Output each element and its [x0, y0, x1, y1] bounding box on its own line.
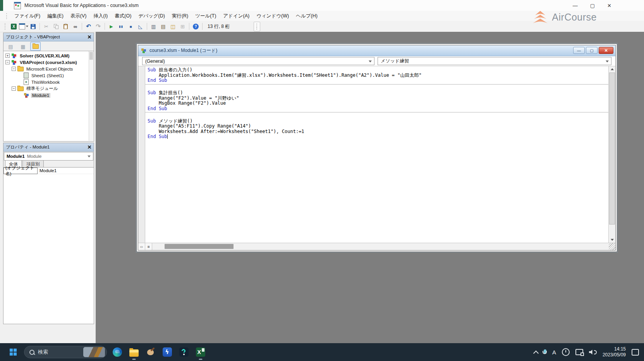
insert-userform-button[interactable] — [19, 22, 28, 31]
minimize-icon[interactable]: — — [573, 3, 578, 9]
flash-app-taskbar-button[interactable] — [159, 344, 175, 361]
stamp-app-taskbar-button[interactable] — [142, 344, 159, 361]
view-code-button[interactable] — [5, 42, 16, 51]
code-text: Sub — [148, 90, 159, 95]
microphone-icon[interactable] — [544, 349, 546, 354]
properties-panel-header[interactable]: プロパティ - Module1 ✕ — [3, 143, 94, 152]
property-rows: (オブジェクト名)Module1 — [3, 167, 94, 324]
help-button[interactable] — [191, 22, 201, 31]
network-icon[interactable] — [575, 349, 583, 355]
tree-item[interactable]: Sheet1 (Sheet1) — [3, 72, 94, 79]
toolbar-group — [84, 22, 103, 31]
close-icon[interactable]: ✕ — [607, 3, 611, 9]
tree-item[interactable]: Module1 — [3, 92, 94, 98]
object-selector-dropdown[interactable]: Module1 Module — [4, 152, 93, 161]
tree-item[interactable]: −標準モジュール — [3, 85, 94, 92]
scrollbar-thumb[interactable] — [165, 244, 234, 249]
code-lines[interactable]: Sub 担当者の入力() Application.Workbooks.Item(… — [145, 66, 608, 243]
scrollbar-thumb[interactable] — [609, 73, 615, 225]
ime-mode-indicator[interactable]: A — [552, 349, 556, 356]
cut-button — [41, 22, 51, 31]
procedure-separator — [145, 84, 608, 85]
find-button[interactable] — [70, 22, 80, 31]
resize-grip[interactable] — [609, 243, 615, 250]
start-button[interactable] — [5, 344, 21, 360]
tree-item[interactable]: ThisWorkbook — [3, 79, 94, 85]
menu-item[interactable]: 表示(V) — [67, 12, 90, 21]
vertical-scrollbar[interactable] — [608, 66, 615, 243]
horizontal-scrollbar[interactable] — [152, 243, 609, 250]
tree-expander-icon[interactable]: − — [5, 60, 10, 64]
menu-item[interactable]: ウィンドウ(W) — [253, 12, 292, 21]
clock[interactable]: 14:15 2023/05/09 — [603, 346, 626, 358]
volume-icon[interactable] — [589, 350, 597, 355]
maximize-icon[interactable]: ▢ — [590, 3, 595, 9]
close-icon[interactable]: ✕ — [86, 143, 93, 150]
undo-button[interactable] — [84, 22, 93, 31]
hidden-icons-chevron-icon[interactable] — [533, 350, 539, 356]
property-value[interactable]: Module1 — [38, 168, 94, 174]
scroll-up-icon[interactable] — [609, 66, 615, 72]
scroll-down-icon[interactable] — [609, 237, 615, 243]
project-tree[interactable]: +Solver (SOLVER.XLAM)−VBAProject (course… — [3, 51, 94, 141]
menu-item[interactable]: ヘルプ(H) — [293, 12, 321, 21]
tree-expander-icon[interactable]: + — [5, 54, 10, 58]
reset-icon — [129, 24, 132, 29]
code-line: Application.Workbooks.Item("練習.xlsx").Wo… — [148, 73, 608, 78]
notification-center-icon[interactable] — [632, 349, 639, 356]
menu-item[interactable]: 挿入(I) — [90, 12, 111, 21]
tree-item[interactable]: −VBAProject (course3.xlsm) — [3, 59, 94, 66]
view-object-button[interactable] — [18, 42, 28, 51]
project-explorer-button[interactable] — [149, 22, 158, 31]
search-highlight-thumbnail[interactable] — [83, 347, 105, 357]
menu-item[interactable]: 実行(R) — [169, 12, 191, 21]
edge-taskbar-button[interactable] — [109, 344, 125, 361]
object-dropdown[interactable]: (General) — [142, 57, 374, 65]
reset-button[interactable] — [126, 22, 136, 31]
tree-expander-icon[interactable]: − — [12, 67, 16, 71]
project-tree-scrollbar[interactable] — [89, 51, 94, 141]
object-browser-button[interactable] — [168, 22, 178, 31]
stamp-app-icon — [146, 347, 155, 357]
design-mode-button[interactable] — [136, 22, 145, 31]
taskbar-search[interactable]: 検索 — [24, 346, 107, 358]
menu-item[interactable]: ファイル(F) — [11, 12, 43, 21]
full-module-view-button[interactable] — [145, 243, 152, 250]
tray-app-icon[interactable] — [562, 348, 570, 356]
dev-app-taskbar-button[interactable] — [175, 344, 192, 361]
procedure-view-button[interactable] — [138, 243, 145, 250]
paste-button[interactable] — [61, 22, 70, 31]
close-icon[interactable]: ✕ — [599, 47, 613, 54]
code-margin-bar[interactable] — [138, 66, 145, 243]
paste-icon — [64, 24, 68, 29]
properties-window-button[interactable] — [158, 22, 168, 31]
run-button[interactable] — [106, 22, 116, 31]
tree-item[interactable]: −Microsoft Excel Objects — [3, 66, 94, 72]
file-explorer-taskbar-button[interactable] — [125, 344, 142, 361]
toggle-folders-button[interactable] — [30, 42, 41, 51]
tree-expander-icon[interactable]: − — [12, 86, 16, 91]
menu-item[interactable]: デバッグ(D) — [135, 12, 168, 21]
code-window-titlebar[interactable]: course3.xlsm - Module1 (コード) — ▢ ✕ — [138, 45, 615, 56]
property-row[interactable]: (オブジェクト名)Module1 — [3, 168, 94, 174]
view-excel-button[interactable] — [9, 22, 19, 31]
scrollbar-thumb[interactable] — [89, 52, 93, 60]
module-icon — [24, 93, 29, 98]
excel-taskbar-button[interactable] — [192, 344, 209, 361]
maximize-icon[interactable]: ▢ — [586, 47, 598, 54]
procedure-dropdown[interactable]: メソッド練習 — [378, 57, 611, 65]
break-button[interactable] — [116, 22, 126, 31]
tree-item[interactable]: +Solver (SOLVER.XLAM) — [3, 52, 94, 59]
close-icon[interactable]: ✕ — [86, 33, 93, 40]
folder-icon — [17, 86, 24, 91]
toolbar-drag-handle[interactable] — [254, 22, 260, 31]
code-text: MsgBox Range("F2").Value — [148, 100, 226, 106]
save-button[interactable] — [28, 22, 38, 31]
menu-item[interactable]: ツール(T) — [192, 12, 219, 21]
menu-item[interactable]: 編集(E) — [44, 12, 67, 21]
minimize-icon[interactable]: — — [573, 47, 585, 54]
menu-item[interactable]: アドイン(A) — [220, 12, 252, 21]
menu-item[interactable]: 書式(O) — [112, 12, 134, 21]
project-panel-header[interactable]: プロジェクト - VBAProject ✕ — [3, 33, 94, 41]
code-text: Range("F2").Value = "川野ゆい" — [148, 95, 239, 101]
